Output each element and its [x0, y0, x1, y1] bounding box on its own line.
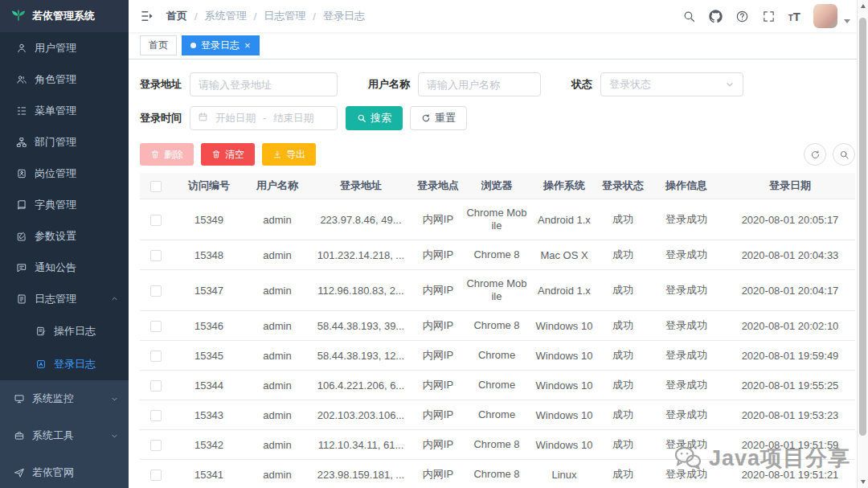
github-icon[interactable]: [709, 10, 723, 23]
help-icon[interactable]: [735, 10, 749, 23]
cell: 内网IP: [413, 371, 463, 400]
column-header: 访问编号: [172, 173, 246, 199]
app-layout: 若依管理系统 用户管理角色管理菜单管理部门管理岗位管理字典管理参数设置通知公告日…: [0, 0, 868, 488]
sidebar-item-post-mgmt[interactable]: 岗位管理: [0, 158, 129, 189]
row-checkbox[interactable]: [150, 440, 162, 451]
table-row[interactable]: 15344admin106.4.221.206, 6...内网IPChromeW…: [140, 371, 855, 400]
sidebar-item-login-log[interactable]: 登录日志: [0, 347, 129, 380]
row-checkbox[interactable]: [150, 285, 162, 297]
font-size-icon[interactable]: TT: [788, 10, 800, 23]
row-checkbox[interactable]: [150, 410, 162, 421]
login-address-input[interactable]: [190, 72, 338, 96]
fullscreen-icon[interactable]: [762, 10, 776, 23]
date-range-input[interactable]: 开始日期 - 结束日期: [190, 106, 338, 130]
sidebar-item-param-settings[interactable]: 参数设置: [0, 220, 129, 252]
chevron-down-icon: [110, 432, 119, 441]
row-checkbox[interactable]: [150, 380, 162, 392]
table-row[interactable]: 15345admin58.44.38.193, 12...内网IPChromeW…: [140, 341, 855, 371]
scroll-down-arrow-icon[interactable]: [858, 476, 868, 488]
cell: Windows 10: [530, 400, 598, 430]
cell: Chrome Mobile: [463, 270, 530, 311]
row-checkbox[interactable]: [150, 351, 162, 362]
cell: admin: [246, 240, 309, 270]
export-button[interactable]: 导出: [262, 143, 316, 166]
breadcrumb-item[interactable]: 系统管理: [205, 9, 247, 23]
table-row[interactable]: 15349admin223.97.8.46, 49...内网IPChrome M…: [140, 199, 855, 240]
scrollbar-thumb[interactable]: [859, 18, 866, 436]
cell: 成功: [598, 341, 648, 371]
caret-down-icon[interactable]: [844, 19, 850, 23]
cell: 2020-08-01 20:02:10: [725, 311, 855, 341]
trash-icon: [150, 150, 160, 159]
breadcrumb-item[interactable]: 日志管理: [264, 9, 305, 23]
cell: Android 1.x: [530, 270, 598, 311]
sidebar-item-notice[interactable]: 通知公告: [0, 252, 129, 283]
table-row[interactable]: 15341admin223.98.159.181, ...内网IPChrome …: [140, 460, 855, 488]
checkbox-cell: [140, 371, 172, 400]
tab-login-log[interactable]: 登录日志×: [182, 35, 260, 55]
row-checkbox[interactable]: [150, 321, 162, 332]
sidebar-item-dict-mgmt[interactable]: 字典管理: [0, 189, 129, 220]
reset-button[interactable]: 重置: [410, 106, 467, 130]
sidebar-menu-expanded-group: 用户管理角色管理菜单管理部门管理岗位管理字典管理参数设置通知公告日志管理操作日志…: [0, 32, 129, 380]
status-select[interactable]: 登录状态: [600, 72, 743, 96]
table-row[interactable]: 15343admin202.103.203.106...内网IPChromeWi…: [140, 400, 855, 430]
refresh-table-button[interactable]: [804, 143, 826, 166]
cell: 2020-08-01 20:04:17: [725, 270, 855, 311]
tab-home[interactable]: 首页: [140, 35, 177, 55]
trash-icon: [211, 150, 221, 159]
sidebar-item-operation-log[interactable]: 操作日志: [0, 314, 129, 347]
table-row[interactable]: 15347admin112.96.180.83, 2...内网IPChrome …: [140, 270, 855, 311]
form-icon: [35, 326, 47, 337]
cell: 15341: [172, 460, 246, 488]
cell: admin: [246, 400, 309, 430]
select-all-checkbox[interactable]: [150, 181, 162, 192]
table-row[interactable]: 15342admin112.10.34.11, 61...内网IPChrome …: [140, 430, 855, 460]
sidebar-item-role-mgmt[interactable]: 角色管理: [0, 64, 129, 95]
breadcrumb-item: 首页: [166, 9, 187, 23]
table-row[interactable]: 15346admin58.44.38.193, 39...内网IPChrome …: [140, 311, 855, 341]
sidebar-item-system-tools[interactable]: 系统工具: [0, 417, 129, 454]
sidebar-item-dept-mgmt[interactable]: 部门管理: [0, 126, 129, 158]
row-checkbox[interactable]: [150, 215, 162, 226]
breadcrumb-separator: /: [194, 10, 198, 23]
search-button[interactable]: 搜索: [346, 106, 403, 130]
logo-bar[interactable]: 若依管理系统: [0, 0, 129, 32]
cell: 112.10.34.11, 61...: [309, 430, 413, 460]
breadcrumb-item[interactable]: 登录日志: [323, 9, 365, 23]
delete-button[interactable]: 删除: [140, 143, 194, 166]
clear-button[interactable]: 清空: [201, 143, 255, 166]
table-row[interactable]: 15348admin101.232.14.218, ...内网IPChrome …: [140, 240, 855, 270]
active-tab-dot: [190, 43, 196, 48]
sidebar-item-menu-mgmt[interactable]: 菜单管理: [0, 95, 129, 126]
cell: Chrome 8: [463, 311, 530, 341]
sidebar-item-official-site[interactable]: 若依官网: [0, 454, 129, 488]
main-area: 首页/系统管理/日志管理/登录日志 TT 首页登录日志× 登录地址 用户名称 状…: [129, 0, 868, 488]
sidebar-item-user-mgmt[interactable]: 用户管理: [0, 32, 129, 64]
monitor-icon: [14, 393, 25, 404]
refresh-icon: [421, 113, 431, 123]
row-checkbox[interactable]: [150, 250, 162, 261]
cell: 106.4.221.206, 6...: [309, 371, 413, 400]
checkbox-cell: [140, 341, 172, 371]
cell: 202.103.203.106...: [309, 400, 413, 430]
search-icon[interactable]: [682, 10, 696, 23]
toggle-search-button[interactable]: [833, 143, 855, 166]
sidebar-toggle-icon[interactable]: [140, 9, 154, 23]
sidebar-item-log-mgmt[interactable]: 日志管理: [0, 283, 129, 314]
cell: 101.232.14.218, ...: [309, 240, 413, 270]
row-checkbox[interactable]: [150, 470, 162, 481]
cell: Chrome: [463, 341, 530, 371]
tab-close-icon[interactable]: ×: [244, 40, 251, 51]
user-name-input[interactable]: [418, 72, 541, 96]
user-avatar[interactable]: [813, 4, 837, 28]
page-scrollbar[interactable]: [857, 0, 868, 488]
table-header-row: 访问编号用户名称登录地址登录地点浏览器操作系统登录状态操作信息登录日期: [140, 173, 855, 199]
scroll-up-arrow-icon[interactable]: [858, 0, 868, 12]
cell: 登录成功: [648, 400, 725, 430]
column-header: 操作信息: [648, 173, 725, 199]
sidebar-item-system-monitor[interactable]: 系统监控: [0, 380, 129, 417]
breadcrumb: 首页/系统管理/日志管理/登录日志: [166, 9, 365, 23]
filter-row-1: 登录地址 用户名称 状态 登录状态: [140, 72, 855, 96]
cell: Chrome: [463, 371, 530, 400]
